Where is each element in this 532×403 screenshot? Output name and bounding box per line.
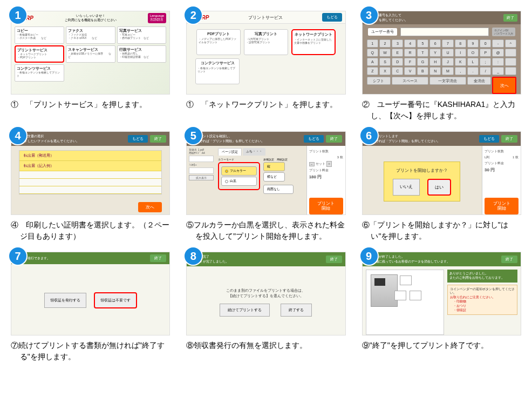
key[interactable]: X [379, 67, 391, 75]
key[interactable]: , [455, 67, 466, 75]
option-bw[interactable]: 白黒 [221, 177, 257, 186]
card-pdf-print[interactable]: PDFプリント・メディアに保存したPDFファイルをプリント [196, 29, 241, 55]
key[interactable]: : [492, 58, 503, 66]
card-fax[interactable]: ファクス・ファクス送信・クロネコFAX など [66, 26, 115, 44]
option-fullcolor[interactable]: フルカラー [221, 166, 257, 176]
end-button[interactable]: 終了 [326, 135, 342, 143]
key[interactable]: B [417, 67, 428, 75]
card-gov[interactable]: 行政サービス・住民票の写し・印鑑登録証明書 など [117, 45, 167, 63]
key[interactable]: @ [492, 49, 503, 57]
end-button[interactable]: 終了 [326, 256, 342, 263]
no-button[interactable]: いいえ [393, 179, 420, 196]
language-button[interactable]: Language言語/語言 [148, 13, 167, 23]
backspace-key[interactable]: 一文字消去 [429, 77, 466, 85]
end-button[interactable]: 終了 [503, 14, 517, 22]
tab-page[interactable]: ページ設定 [218, 148, 242, 156]
back-button[interactable]: もどる [322, 13, 342, 22]
card-scan[interactable]: スキャンサービス・原稿をUSBメモリーに保存 など [66, 45, 115, 63]
shift-key[interactable]: シフト [367, 77, 391, 85]
right-panel: プリント枚数 L判 1 枚 プリント料金 30 円 プリント開始 [482, 146, 521, 215]
key[interactable]: 8 [455, 39, 466, 48]
list-item[interactable]: 転出届（記入例） [19, 161, 161, 171]
key[interactable]: U [442, 49, 453, 57]
back-button[interactable]: もどる [479, 135, 499, 143]
key[interactable]: 9 [467, 39, 479, 48]
key[interactable]: N [429, 67, 441, 75]
key[interactable] [505, 58, 516, 66]
finish-button[interactable]: 終了する [281, 304, 312, 317]
key[interactable]: T [417, 49, 428, 57]
key[interactable]: ; [480, 58, 491, 66]
key[interactable]: H [429, 58, 441, 66]
card-print-service[interactable]: プリントサービス・ネットワークプリント・PDFプリント [15, 45, 64, 63]
card-content-service[interactable]: コンテンツサービス・各種コンテンツを検索してプリント [195, 58, 240, 84]
key[interactable]: Y [429, 49, 441, 57]
key[interactable]: / [480, 67, 491, 75]
next-button[interactable]: 次へ [492, 77, 516, 94]
key[interactable]: 2 [379, 39, 391, 48]
next-button[interactable]: 次へ [138, 202, 162, 212]
key[interactable] [505, 49, 516, 57]
key[interactable]: O [467, 49, 479, 57]
key[interactable]: E [392, 49, 403, 57]
tab-edge[interactable]: ふち・・・ [243, 148, 265, 156]
key[interactable]: _ [492, 67, 503, 75]
back-button[interactable]: もどる [128, 135, 148, 143]
key[interactable]: R [404, 49, 415, 57]
zoom-button[interactable]: 拡大表示 [189, 175, 214, 180]
back-button[interactable]: もどる [304, 135, 324, 143]
option-landscape[interactable]: 横など [263, 172, 285, 182]
key[interactable]: G [417, 58, 428, 66]
card-photo-print[interactable]: 写真プリント・L判写真プリント・証明写真プリント [244, 29, 288, 55]
key[interactable]: F [404, 58, 415, 66]
key[interactable]: J [442, 58, 453, 66]
key[interactable]: 7 [442, 39, 453, 48]
key[interactable]: - [492, 39, 503, 48]
plus-button[interactable]: ＋ [326, 161, 332, 167]
minus-button[interactable]: − [309, 162, 315, 166]
key[interactable]: M [442, 67, 453, 75]
continue-button[interactable]: 続けてプリントする [220, 304, 270, 317]
key[interactable]: K [455, 58, 466, 66]
card-content[interactable]: コンテンツサービス・各種コンテンツを検索してプリント [15, 64, 64, 82]
key[interactable]: S [379, 58, 391, 66]
key[interactable]: L [467, 58, 479, 66]
print-start-button[interactable]: プリント開始 [309, 198, 343, 214]
key[interactable]: W [379, 49, 391, 57]
space-key[interactable]: スペース [392, 77, 428, 85]
clear-key[interactable]: 全消去 [467, 77, 492, 85]
card-photo[interactable]: 写真サービス・写真コピー・赤外線プリント など [117, 26, 167, 44]
key[interactable]: I [455, 49, 466, 57]
end-button[interactable]: 終了 [150, 254, 166, 262]
print-start-button[interactable]: プリント開始 [485, 198, 519, 214]
yes-button[interactable]: はい [427, 179, 451, 196]
key[interactable]: . [467, 67, 479, 75]
key[interactable]: 3 [392, 39, 403, 48]
end-button[interactable]: 終了 [501, 135, 517, 143]
key[interactable]: 1 [367, 39, 378, 48]
key[interactable]: V [404, 67, 415, 75]
key[interactable]: Z [367, 67, 378, 75]
key[interactable]: 5 [417, 39, 428, 48]
key[interactable]: A [367, 58, 378, 66]
issue-receipt-button[interactable]: 領収証を発行する [44, 293, 86, 308]
key[interactable]: ^ [505, 39, 516, 48]
key[interactable]: 4 [404, 39, 415, 48]
card-copy[interactable]: コピー・各種書類コピー・ポスター作成 など [15, 26, 64, 44]
end-button[interactable]: 終了 [150, 135, 166, 143]
key[interactable]: C [392, 67, 403, 75]
list-item[interactable]: 転出届（郵送用） [19, 151, 161, 161]
end-button[interactable]: 終了 [501, 256, 517, 263]
key[interactable] [505, 67, 516, 75]
login-toggle[interactable]: ログインID/パスワード入力 [492, 28, 515, 36]
option-portrait[interactable]: 縦 [263, 162, 285, 171]
user-id-input[interactable] [400, 28, 489, 36]
key[interactable]: Q [367, 49, 378, 57]
card-network-print[interactable]: ネットワークプリント・インターネット上に登録した文書や画像をプリント [291, 29, 336, 55]
key[interactable]: 6 [429, 39, 441, 48]
no-receipt-button[interactable]: 領収証は不要です [94, 292, 137, 308]
key[interactable]: P [480, 49, 491, 57]
option-duplex[interactable]: 両面なし [263, 185, 294, 194]
key[interactable]: D [392, 58, 403, 66]
key[interactable]: 0 [480, 39, 491, 48]
